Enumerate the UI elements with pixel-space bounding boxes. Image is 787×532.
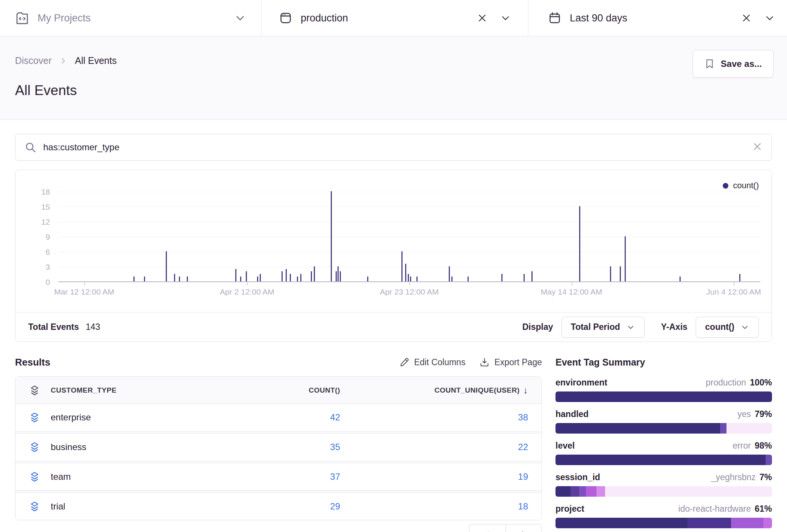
chart-bar: [367, 277, 368, 281]
tag-key: session_id: [555, 472, 600, 483]
count-unique-value-link[interactable]: 18: [518, 501, 528, 511]
chart-bar: [144, 277, 145, 281]
tag-bar-segment[interactable]: [555, 455, 766, 465]
tag-distribution-bar[interactable]: [555, 518, 772, 528]
column-label: COUNT(): [309, 386, 340, 394]
next-page-button[interactable]: [505, 524, 542, 532]
gridline-y0: [58, 281, 760, 282]
breadcrumb-discover-link[interactable]: Discover: [15, 55, 51, 66]
tag-bar-segment[interactable]: [726, 423, 772, 434]
tag-bar-segment[interactable]: [731, 518, 763, 528]
tag-distribution-bar[interactable]: [555, 391, 772, 402]
column-header-customer-type[interactable]: CUSTOMER_TYPE: [29, 385, 250, 396]
chart-bar: [282, 271, 283, 281]
chart-bar: [314, 266, 315, 281]
tag-bar-segment[interactable]: [605, 486, 772, 497]
results-table: CUSTOMER_TYPE COUNT() COUNT_UNIQUE(USER)…: [15, 376, 542, 520]
projects-icon: [15, 11, 29, 25]
tag-distribution-bar[interactable]: [555, 486, 772, 497]
cell-count: 42: [250, 412, 340, 423]
table-row: trial2918: [15, 493, 542, 520]
date-range-clear-icon[interactable]: [739, 11, 754, 26]
date-range-selector[interactable]: Last 90 days: [528, 0, 787, 36]
previous-page-button[interactable]: [469, 524, 505, 532]
environment-chevron-down-icon[interactable]: [498, 11, 513, 26]
tag-bar-segment[interactable]: [555, 486, 571, 497]
tag-summary-row: environmentproduction100%: [555, 377, 772, 402]
count-unique-value-link[interactable]: 22: [518, 442, 528, 452]
edit-columns-button[interactable]: Edit Columns: [400, 357, 466, 367]
chart-bar: [300, 274, 301, 281]
search-bar: [15, 134, 772, 161]
column-header-count[interactable]: COUNT(): [250, 386, 340, 394]
save-as-label: Save as...: [721, 59, 762, 69]
tag-bar-segment[interactable]: [555, 391, 772, 402]
date-range-chevron-down-icon[interactable]: [762, 11, 777, 26]
tag-distribution-bar[interactable]: [555, 455, 772, 465]
environment-clear-icon[interactable]: [475, 11, 490, 26]
layers-icon[interactable]: [29, 441, 40, 453]
table-row: enterprise4238: [15, 404, 542, 431]
project-selector[interactable]: My Projects: [0, 0, 262, 36]
tag-bar-segment[interactable]: [555, 423, 720, 434]
x-axis-tick-label: May 14 12:00 AM: [541, 287, 602, 296]
tag-bar-segment[interactable]: [720, 423, 726, 434]
chart-bar: [401, 251, 403, 281]
column-label: CUSTOMER_TYPE: [51, 386, 117, 394]
tag-bar-segment[interactable]: [571, 486, 579, 497]
sort-descending-icon: ↓: [524, 385, 528, 396]
tag-summary-column: Event Tag Summary environmentproduction1…: [555, 354, 772, 532]
display-dropdown[interactable]: Total Period: [561, 317, 645, 338]
search-input[interactable]: [43, 142, 745, 153]
tag-summary-row: levelerror98%: [555, 440, 772, 465]
cell-customer-type: trial: [29, 501, 250, 512]
tag-bar-segment[interactable]: [586, 486, 597, 497]
cell-count: 37: [250, 472, 340, 482]
cell-customer-type: team: [29, 471, 250, 482]
tag-distribution-bar[interactable]: [555, 423, 772, 434]
edit-columns-label: Edit Columns: [414, 357, 466, 367]
tag-bar-segment[interactable]: [687, 518, 731, 528]
y-axis-tick-label: 12: [27, 218, 50, 227]
gridline-y15: [58, 207, 760, 207]
export-page-button[interactable]: Export Page: [480, 357, 542, 367]
tag-bar-segment[interactable]: [596, 486, 605, 497]
count-value-link[interactable]: 42: [330, 412, 340, 422]
results-header: Results Edit Columns Export Page: [15, 354, 542, 370]
yaxis-dropdown[interactable]: count(): [696, 317, 759, 338]
count-unique-value-link[interactable]: 19: [518, 472, 528, 482]
display-dropdown-value: Total Period: [571, 322, 620, 332]
count-value-link[interactable]: 35: [330, 442, 340, 452]
chart-legend[interactable]: count(): [723, 181, 759, 190]
project-chevron-down-icon[interactable]: [233, 11, 248, 26]
tag-bar-segment[interactable]: [555, 518, 687, 528]
tag-bar-segment[interactable]: [766, 455, 772, 465]
column-header-count-unique[interactable]: COUNT_UNIQUE(USER) ↓: [340, 385, 528, 396]
chart-footer: Total Events 143 Display Total Period Y-…: [15, 312, 772, 342]
chart-bar: [174, 274, 175, 281]
tag-bar-segment[interactable]: [763, 518, 772, 528]
layers-icon[interactable]: [29, 412, 40, 423]
count-value-link[interactable]: 37: [330, 472, 340, 482]
chart-bar: [579, 206, 580, 281]
cell-count-unique: 18: [340, 501, 528, 512]
chevron-right-icon: [519, 530, 529, 532]
x-axis-tick-mark: [247, 283, 248, 286]
results-table-body: enterprise4238business3522team3719trial2…: [15, 404, 542, 520]
total-events-value: 143: [86, 322, 100, 332]
tag-bar-segment[interactable]: [579, 486, 586, 497]
save-as-button[interactable]: Save as...: [693, 50, 773, 78]
pagination: [15, 524, 542, 532]
layers-icon[interactable]: [29, 501, 40, 512]
search-clear-icon[interactable]: [752, 141, 763, 153]
x-axis-tick-label: Jun 4 12:00 AM: [706, 287, 761, 296]
count-value-link[interactable]: 29: [330, 501, 340, 511]
layers-icon[interactable]: [29, 471, 40, 482]
breadcrumb-current: All Events: [75, 55, 117, 66]
count-unique-value-link[interactable]: 38: [518, 412, 528, 422]
tag-value-wrap: ido-react-hardware61%: [678, 503, 772, 514]
x-axis-tick-mark: [572, 283, 572, 286]
environment-selector[interactable]: production: [262, 0, 528, 36]
chart-plot-area: 0369121518: [58, 192, 760, 282]
chevron-down-icon: [626, 323, 635, 332]
